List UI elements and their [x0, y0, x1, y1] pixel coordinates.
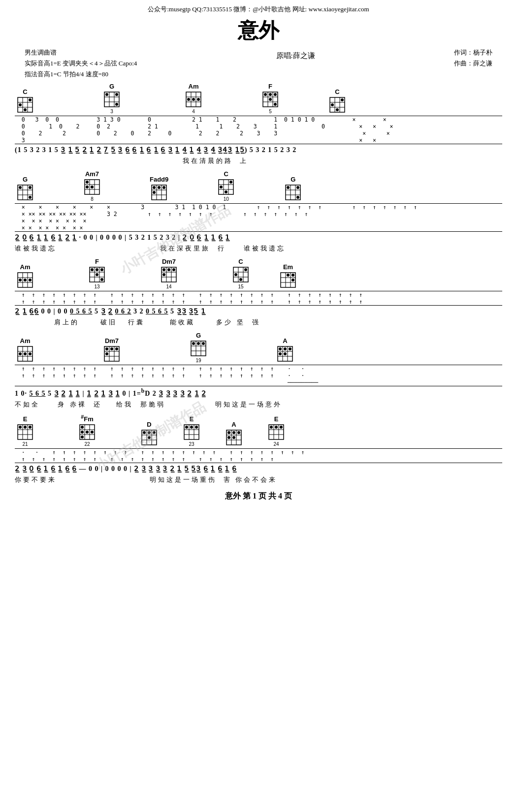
svg-point-117 [244, 268, 247, 271]
chord-F: F 5 [261, 83, 280, 114]
svg-point-88 [19, 279, 22, 281]
svg-point-14 [115, 93, 118, 96]
chord-F-name: F [268, 83, 272, 90]
svg-point-132 [24, 352, 27, 355]
svg-point-202 [232, 431, 235, 434]
svg-point-184 [143, 431, 146, 434]
chord-Dm7: Dm7 14 [160, 258, 178, 289]
chord-G-name: G [109, 83, 114, 90]
public-info: 公众号:musegtp QQ:731335515 微博：@小叶歌吉他 网址: w… [148, 5, 369, 13]
lyric-4: 不如全 身 赤裸 还 给我 那脆弱 明知这是一场意外 [15, 399, 502, 411]
svg-point-96 [91, 268, 94, 271]
svg-point-56 [86, 186, 89, 188]
tab-staff-3-pre: ↑ ↑ ↑ ↑ ↑ ↑ ↑ ↑ ↑ ↑ ↑ ↑ ↑ ↑ ↑ ↑ ↑ ↑ ↑ ↑ … [15, 291, 502, 305]
score-main: 小叶吉他谱制谱作品 小叶吉他谱制谱作品 C [15, 83, 502, 486]
section1: C G [15, 83, 502, 167]
svg-point-158 [289, 347, 291, 350]
chord-E3-svg [267, 423, 286, 441]
svg-point-107 [167, 268, 170, 271]
svg-point-48 [29, 186, 32, 189]
svg-point-149 [197, 342, 200, 345]
tab-staff-4-pre: ↑ ↑ ↑ ↑ ↑ ↑ ↑ ↑ ↑ ↑ ↑ ↑ ↑ ↑ ↑ ↑ ↑ ↑ ↑ ↑ … [15, 365, 502, 386]
svg-point-140 [110, 347, 113, 350]
notation-5: 2̲ 3̲ 0̲ 6̲ 1̲ 6̲ 1̲ 6̲ 6̲ — 0 0 | 0 0 0… [15, 463, 502, 474]
svg-point-157 [284, 347, 287, 350]
chord-Em: Em [279, 263, 297, 289]
svg-point-55 [86, 181, 89, 184]
svg-point-156 [279, 347, 282, 350]
svg-point-159 [279, 352, 282, 355]
svg-point-166 [19, 426, 22, 429]
notation-4: 1 0· 5 6 5 5 3̲ 2̲ 1̲ 1̲ | 1̲ 2̲ 1̲ 3̲ 1… [15, 386, 502, 399]
svg-point-97 [96, 268, 98, 271]
chord-Am-name: Am [189, 83, 199, 90]
svg-point-133 [29, 352, 32, 355]
fingering: 指法音高1=C 节拍4/4 速度=80 [25, 69, 137, 80]
lyric-1: 我在清晨的路 上 [15, 156, 502, 167]
svg-point-49 [29, 196, 32, 199]
svg-point-123 [287, 274, 290, 277]
svg-point-195 [195, 426, 198, 429]
composer: 作曲：薛之谦 [454, 58, 492, 69]
svg-point-33 [274, 103, 277, 106]
notation-2: 2̲ 0̲ 6̲ 1̲ 1̲ 6̲ 1̲ 2̲ 1̲ · 0 0 | 0 0 0… [15, 232, 502, 243]
section4: Am Dm7 [15, 332, 502, 411]
svg-point-205 [232, 436, 235, 439]
svg-point-74 [229, 181, 232, 184]
svg-point-211 [270, 426, 273, 429]
svg-point-23 [197, 98, 200, 101]
lyric-5: 你要不要来 明知这是一场重伤 害 你会不会来 [15, 474, 502, 486]
chord-Am-fret: 4 [192, 109, 195, 114]
chord-C-diagram [16, 95, 34, 114]
svg-point-29 [264, 93, 267, 96]
notation-3: 2̲ 1̲ 6̲6̲ 0 0 | 0 0 0 5 6 5 5 3̲ 2̲ 0 6… [15, 306, 502, 317]
svg-point-64 [158, 186, 161, 189]
chord-A-svg [276, 344, 294, 363]
lyricist: 作词：杨子朴 [454, 47, 492, 58]
svg-point-81 [296, 186, 299, 189]
chord-Dm7-2-svg [102, 344, 121, 363]
svg-point-150 [202, 342, 205, 345]
svg-point-47 [19, 186, 22, 189]
svg-point-148 [192, 342, 195, 345]
info-row: 男生调曲谱 实际音高1=E 变调夹夹＜4＞品弦 Capo:4 指法音高1=C 节… [25, 47, 492, 80]
notation-1: (1 5 3 2 3 1 5 3̲ 1̲ 5̲ 2̲ 1̲ 2̲ 7̲ 5̲ 3… [15, 144, 502, 156]
chord-sharpFm-svg [78, 423, 97, 441]
svg-point-106 [162, 268, 165, 271]
section3: Am F [15, 258, 502, 329]
chord-A2-svg [225, 428, 243, 447]
chord-G4-svg [189, 339, 208, 358]
chord-G-fret: 3 [110, 109, 113, 114]
svg-point-5 [19, 103, 22, 106]
chord-D-svg [140, 428, 159, 447]
chord-Am2-svg [16, 271, 34, 289]
svg-point-131 [19, 352, 22, 355]
svg-point-80 [287, 186, 290, 189]
chord-Am-diagram [184, 90, 203, 109]
svg-point-100 [100, 278, 103, 281]
svg-point-57 [91, 186, 94, 188]
svg-point-82 [296, 196, 299, 199]
svg-point-41 [341, 98, 344, 101]
svg-point-21 [187, 98, 190, 101]
svg-point-203 [237, 431, 240, 434]
svg-point-212 [275, 426, 278, 429]
chord-Dm7-2: Dm7 [102, 337, 121, 363]
svg-point-186 [153, 431, 156, 434]
svg-point-98 [100, 268, 103, 271]
chord-diagrams-1: C G [15, 83, 502, 114]
page-footer: 意外 第 1 页 共 4 页 [15, 491, 502, 501]
svg-point-108 [172, 268, 175, 271]
chord-C2-diagram [328, 95, 347, 114]
tab-staff-2-pre: × × × × × × 3 3 1 1 0 1 0 1 ↑ ↑ ↑ ↑ ↑ ↑ … [15, 204, 502, 231]
chord-C4: C 15 [231, 258, 250, 289]
chord-D: D [140, 421, 159, 447]
svg-point-40 [336, 108, 339, 111]
svg-point-90 [29, 279, 32, 281]
svg-point-66 [153, 191, 156, 194]
top-bar: 公众号:musegtp QQ:731335515 微博：@小叶歌吉他 网址: w… [15, 5, 502, 14]
svg-point-30 [269, 93, 272, 96]
chord-Am3-svg [16, 344, 34, 363]
chord-Am3: Am [16, 337, 34, 363]
svg-point-204 [227, 436, 230, 439]
